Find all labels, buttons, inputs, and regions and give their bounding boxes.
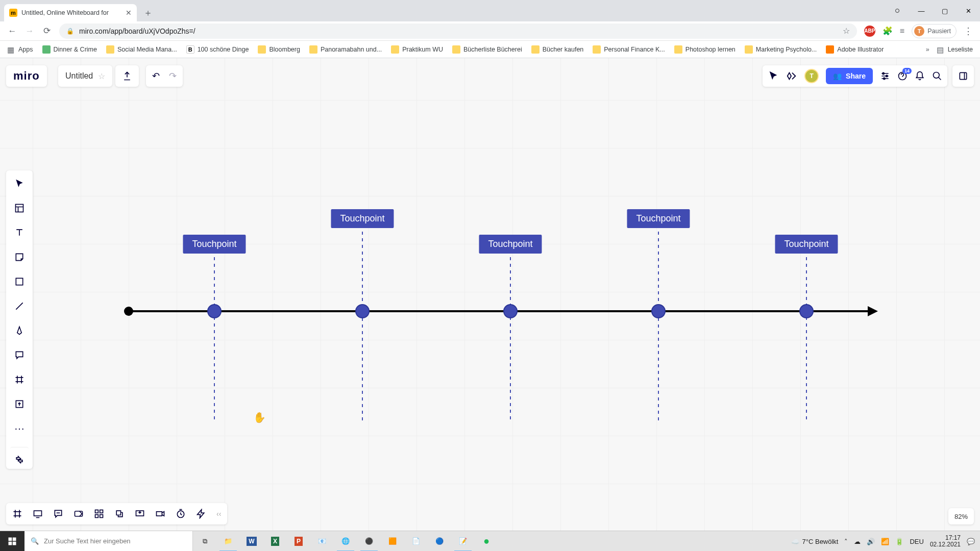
spotify-icon[interactable]: ● [475,531,498,552]
address-bar[interactable]: 🔒 miro.com/app/board/uXjVOdpoZhs=/ ☆ [59,23,857,39]
notepad-icon[interactable]: 📝 [451,531,475,552]
bookmark-item[interactable]: B100 schöne Dinge [186,45,249,54]
excel-icon[interactable]: X [263,531,287,552]
svg-marker-20 [868,306,878,316]
close-window-button[interactable]: ✕ [957,3,980,19]
bookmark-item[interactable]: Bücher kaufen [531,45,584,54]
search-placeholder: Zur Suche Text hier eingeben [44,537,131,545]
svg-rect-32 [13,537,16,541]
miro-canvas-area[interactable]: miro Untitled ☆ ↶ ↷ T 👥 Share 14 [0,58,980,531]
onedrive-icon[interactable]: ☁ [854,538,861,545]
battery-icon[interactable]: 🔋 [895,538,903,545]
notifications-icon[interactable]: 💬 [967,538,975,545]
svg-point-19 [124,307,133,316]
window-controls: — ▢ ✕ [895,0,980,21]
lock-icon: 🔒 [66,28,74,35]
bookmark-item[interactable]: Dinner & Crime [42,45,97,54]
bookmark-item[interactable]: Social Media Mana... [106,45,177,54]
new-tab-button[interactable]: ＋ [141,6,155,20]
chrome-menu-button[interactable]: ⋮ [964,26,973,37]
svg-point-22 [208,305,221,318]
bookmark-item[interactable]: Bloomberg [258,45,300,54]
extensions-icon[interactable]: 🧩 [883,26,893,36]
word-icon[interactable]: W [240,531,263,552]
svg-point-30 [800,305,813,318]
svg-point-28 [652,305,665,318]
profile-chip[interactable]: T Pausiert [912,24,957,38]
bookmarks-overflow-icon[interactable]: » [926,46,929,53]
reading-list-button[interactable]: ▤Leseliste [937,45,973,54]
weather-widget[interactable]: ☁️ 7°C Bewölkt [791,538,839,545]
extension-abp-icon[interactable]: ABP [864,26,875,37]
explorer-icon[interactable]: 📁 [216,531,240,552]
svg-rect-34 [13,541,16,545]
bookmark-item[interactable]: Personal Finance K... [593,45,665,54]
obs-icon[interactable]: ⚫ [357,531,381,552]
tab-title: Untitled, Online Whiteboard for [21,9,109,16]
tab-favicon: m [9,9,17,17]
svg-rect-33 [9,541,12,545]
browser-tab[interactable]: m Untitled, Online Whiteboard for ✕ [4,4,137,21]
tray-chevron-icon[interactable]: ˄ [844,538,848,545]
canvas-content[interactable] [0,58,980,531]
apps-shortcut[interactable]: ▦Apps [7,45,33,54]
bookmark-item[interactable]: Praktikum WU [391,45,443,54]
bookmark-item[interactable]: Panoramabahn und... [309,45,382,54]
browser-toolbar: ← → ⟳ 🔒 miro.com/app/board/uXjVOdpoZhs=/… [0,21,980,41]
system-tray: ☁️ 7°C Bewölkt ˄ ☁ 🔊 📶 🔋 DEU 17:17 02.12… [786,531,980,551]
powerpoint-icon[interactable]: P [287,531,310,552]
browser-tabstrip: m Untitled, Online Whiteboard for ✕ ＋ — … [0,0,980,21]
reading-list-toggle-icon[interactable]: ≡ [900,27,904,36]
svg-point-26 [504,305,517,318]
bookmark-item[interactable]: Photoshop lernen [674,45,736,54]
account-dot-icon[interactable] [895,9,899,13]
mail-icon[interactable]: 📧 [310,531,334,552]
touchpoint-label[interactable]: Touchpoint [331,209,394,228]
profile-status: Pausiert [927,28,951,35]
bookmark-item[interactable]: Bücherliste Bücherei [452,45,522,54]
volume-icon[interactable]: 🔊 [867,538,875,545]
touchpoint-label[interactable]: Touchpoint [479,235,542,254]
search-icon: 🔍 [31,537,39,545]
maximize-button[interactable]: ▢ [933,3,957,19]
reload-button[interactable]: ⟳ [42,26,52,36]
start-button[interactable] [0,531,24,552]
minimize-button[interactable]: — [910,3,933,19]
chrome-icon[interactable]: 🌐 [334,531,357,552]
touchpoint-label[interactable]: Touchpoint [775,235,838,254]
forward-button[interactable]: → [24,26,35,36]
profile-avatar-icon: T [914,26,924,36]
bookmarks-bar: ▦Apps Dinner & Crime Social Media Mana..… [0,41,980,58]
wifi-icon[interactable]: 📶 [881,538,889,545]
language-indicator[interactable]: DEU [910,538,923,545]
edge-icon[interactable]: 🔵 [428,531,451,552]
touchpoint-label[interactable]: Touchpoint [627,209,690,228]
bookmark-item[interactable]: Marketing Psycholo... [745,45,817,54]
bookmark-star-icon[interactable]: ☆ [843,26,850,36]
app-icon[interactable]: 🟧 [381,531,404,552]
back-button[interactable]: ← [7,26,17,36]
task-view-icon[interactable]: ⧉ [193,531,216,552]
tab-close-icon[interactable]: ✕ [126,9,132,17]
svg-point-24 [356,305,369,318]
hand-cursor-icon: ✋ [253,411,266,423]
notes-icon[interactable]: 📄 [404,531,428,552]
svg-rect-31 [9,537,12,541]
taskbar-apps: ⧉ 📁 W X P 📧 🌐 ⚫ 🟧 📄 🔵 📝 ● [193,531,498,552]
windows-taskbar: 🔍 Zur Suche Text hier eingeben ⧉ 📁 W X P… [0,531,980,551]
clock[interactable]: 17:17 02.12.2021 [930,535,961,548]
url-text: miro.com/app/board/uXjVOdpoZhs=/ [79,27,195,35]
taskbar-search[interactable]: 🔍 Zur Suche Text hier eingeben [24,531,193,552]
bookmark-item[interactable]: Adobe Illustrator [826,45,884,54]
touchpoint-label[interactable]: Touchpoint [183,235,246,254]
